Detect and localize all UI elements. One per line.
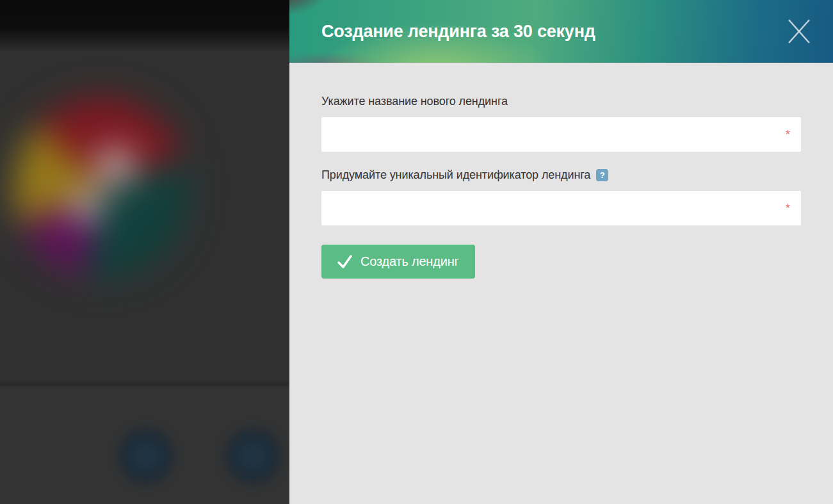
landing-name-input-wrap: * (321, 117, 801, 152)
help-icon[interactable]: ? (596, 169, 608, 181)
close-icon (787, 18, 811, 45)
close-button[interactable] (784, 15, 814, 47)
background-action-button-2 (226, 429, 280, 483)
landing-id-label: Придумайте уникальный идентификатор ленд… (321, 167, 801, 183)
background-action-button-1 (119, 429, 173, 483)
field-group-landing-id: Придумайте уникальный идентификатор ленд… (321, 167, 801, 225)
landing-id-input[interactable] (321, 191, 801, 225)
modal-header: Создание лендинга за 30 секунд (289, 0, 833, 63)
create-landing-modal: Создание лендинга за 30 секунд Укажите н… (289, 0, 833, 504)
landing-id-label-text: Придумайте уникальный идентификатор ленд… (321, 167, 590, 183)
landing-id-input-wrap: * (321, 191, 801, 225)
create-landing-button[interactable]: Создать лендинг (321, 245, 475, 279)
page-root: Создание лендинга за 30 секунд Укажите н… (0, 0, 833, 504)
create-landing-button-label: Создать лендинг (360, 254, 459, 269)
background-page (0, 0, 289, 504)
check-icon (337, 255, 352, 268)
modal-title: Создание лендинга за 30 секунд (321, 22, 784, 42)
landing-name-label-text: Укажите название нового лендинга (321, 93, 508, 109)
landing-name-label: Укажите название нового лендинга (321, 93, 801, 109)
blurred-pie-chart (14, 97, 188, 278)
background-topbar (0, 0, 289, 53)
landing-name-input[interactable] (321, 117, 801, 152)
modal-body: Укажите название нового лендинга * Приду… (289, 63, 833, 279)
field-group-landing-name: Укажите название нового лендинга * (321, 93, 801, 152)
